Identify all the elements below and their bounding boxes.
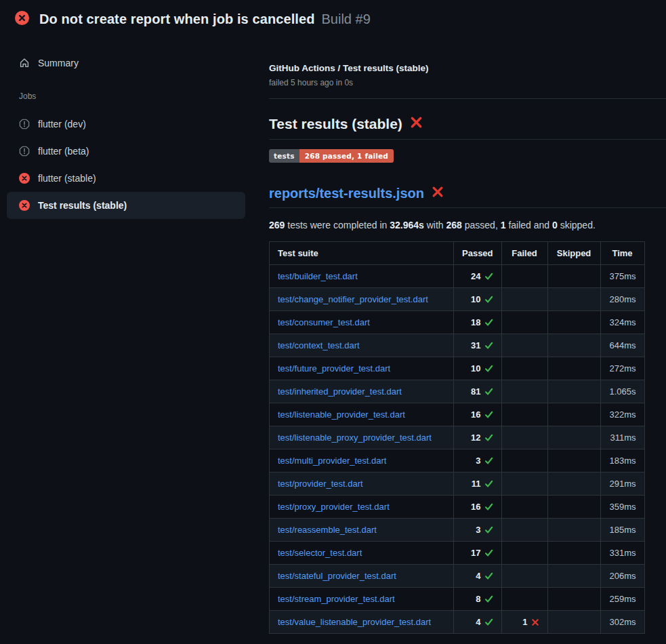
failed-cell [501, 588, 547, 611]
test-suite-link[interactable]: test/consumer_test.dart [278, 317, 370, 327]
test-suite-link[interactable]: test/proxy_provider_test.dart [278, 502, 390, 512]
passed-check-icon [484, 341, 493, 350]
test-suite-cell: test/stateful_provider_test.dart [270, 565, 454, 588]
test-suite-link[interactable]: test/multi_provider_test.dart [278, 456, 386, 466]
test-suite-link[interactable]: test/change_notifier_provider_test.dart [278, 294, 428, 304]
time-cell: 206ms [600, 565, 644, 588]
test-suite-cell: test/provider_test.dart [270, 472, 454, 496]
job-label: flutter (dev) [38, 119, 86, 129]
failed-cross-icon [410, 115, 423, 133]
failed-cell [501, 357, 547, 380]
passed-check-icon [484, 525, 493, 534]
test-suite-link[interactable]: test/builder_test.dart [278, 271, 358, 281]
summary-segment: passed, [462, 220, 501, 230]
table-row: test/change_notifier_provider_test.dart1… [270, 288, 645, 311]
summary-segment: 268 [446, 220, 462, 230]
table-row: test/consumer_test.dart18 324ms [270, 311, 645, 334]
passed-check-icon [484, 295, 493, 304]
failed-cell: 1 [501, 611, 547, 634]
test-suite-cell: test/selector_test.dart [270, 542, 454, 565]
passed-check-icon [484, 571, 493, 580]
test-suite-cell: test/builder_test.dart [270, 265, 454, 288]
test-suite-cell: test/proxy_provider_test.dart [270, 496, 454, 519]
failed-cell [501, 403, 547, 426]
passed-check-icon [484, 318, 493, 327]
test-suite-cell: test/change_notifier_provider_test.dart [270, 288, 454, 311]
failed-cell [501, 311, 547, 334]
stop-neutral-icon [19, 119, 30, 129]
passed-cell: 8 [454, 588, 502, 611]
skipped-cell [547, 565, 600, 588]
summary-segment: tests were completed in [285, 220, 390, 230]
skipped-cell [547, 449, 600, 472]
test-suite-link[interactable]: test/reassemble_test.dart [278, 525, 377, 535]
time-cell: 1.065s [600, 380, 644, 403]
sidebar-item-test-results-stable[interactable]: Test results (stable) [7, 192, 245, 219]
passed-cell: 16 [454, 403, 502, 426]
test-suite-cell: test/consumer_test.dart [270, 311, 454, 334]
test-suite-cell: test/inherited_provider_test.dart [270, 380, 454, 403]
job-label: flutter (stable) [38, 173, 96, 184]
failed-cell [501, 565, 547, 588]
summary-segment: skipped. [558, 220, 596, 230]
main-content: GitHub Actions / Test results (stable) f… [269, 38, 666, 634]
run-status-meta: failed 5 hours ago in 0s [269, 77, 666, 88]
passed-check-icon [484, 387, 493, 396]
table-row: test/future_provider_test.dart10 272ms [270, 357, 645, 380]
test-suite-link[interactable]: test/future_provider_test.dart [278, 363, 390, 374]
test-suite-link[interactable]: test/value_listenable_provider_test.dart [278, 617, 431, 627]
test-suite-link[interactable]: test/context_test.dart [278, 340, 360, 350]
time-cell: 183ms [600, 449, 644, 472]
test-suite-link[interactable]: test/inherited_provider_test.dart [278, 386, 402, 397]
test-suite-link[interactable]: test/provider_test.dart [278, 479, 363, 489]
time-cell: 302ms [600, 611, 644, 634]
skipped-cell [547, 426, 600, 449]
test-suite-link[interactable]: test/listenable_provider_test.dart [278, 409, 405, 420]
table-row: test/proxy_provider_test.dart16 359ms [270, 496, 645, 519]
passed-check-icon [484, 410, 493, 419]
test-suite-link[interactable]: test/stream_provider_test.dart [278, 594, 395, 604]
passed-check-icon [484, 479, 493, 488]
failed-cell [501, 288, 547, 311]
job-label: Test results (stable) [38, 200, 127, 211]
skipped-cell [547, 472, 600, 496]
sidebar-item-flutter-stable[interactable]: flutter (stable) [7, 165, 245, 192]
passed-cell: 4 [454, 565, 502, 588]
summary-segment: failed and [506, 220, 553, 230]
failed-cell [501, 380, 547, 403]
failed-cross-icon [531, 618, 539, 626]
table-row: test/stateful_provider_test.dart4 206ms [270, 565, 645, 588]
time-cell: 375ms [600, 265, 644, 288]
table-row: test/multi_provider_test.dart3 183ms [270, 449, 645, 472]
sidebar-item-flutter-beta[interactable]: flutter (beta) [7, 138, 245, 165]
summary-segment: with [424, 220, 446, 230]
column-header-skipped: Skipped [547, 242, 600, 265]
x-circle-failed-icon [15, 11, 29, 28]
test-suite-link[interactable]: test/stateful_provider_test.dart [278, 571, 396, 581]
x-circle-failed-icon [19, 173, 30, 184]
sidebar-item-flutter-dev[interactable]: flutter (dev) [7, 110, 245, 138]
time-cell: 291ms [600, 472, 644, 496]
check-run-heading-text: Test results (stable) [269, 115, 402, 133]
tests-badge-label: tests [269, 149, 299, 163]
table-row: test/selector_test.dart17 331ms [270, 542, 645, 565]
column-header-failed: Failed [501, 242, 547, 265]
skipped-cell [547, 611, 600, 634]
table-row: test/reassemble_test.dart3 185ms [270, 519, 645, 542]
test-suite-cell: test/context_test.dart [270, 334, 454, 357]
sidebar-item-summary[interactable]: Summary [7, 49, 245, 77]
report-file-link[interactable]: reports/test-results.json [269, 185, 424, 202]
time-cell: 272ms [600, 357, 644, 380]
time-cell: 280ms [600, 288, 644, 311]
tests-badge-value: 268 passed, 1 failed [299, 149, 394, 163]
report-file-heading: reports/test-results.json [269, 185, 666, 208]
column-header-passed: Passed [454, 242, 502, 265]
run-build-number: Build #9 [322, 12, 371, 27]
test-suite-link[interactable]: test/listenable_proxy_provider_test.dart [278, 432, 432, 443]
jobs-list: flutter (dev) flutter (beta) flutter (st… [7, 110, 245, 219]
passed-cell: 24 [454, 265, 502, 288]
run-title: Do not create report when job is cancell… [39, 12, 315, 27]
test-suite-link[interactable]: test/selector_test.dart [278, 548, 362, 558]
skipped-cell [547, 542, 600, 565]
passed-cell: 3 [454, 519, 502, 542]
